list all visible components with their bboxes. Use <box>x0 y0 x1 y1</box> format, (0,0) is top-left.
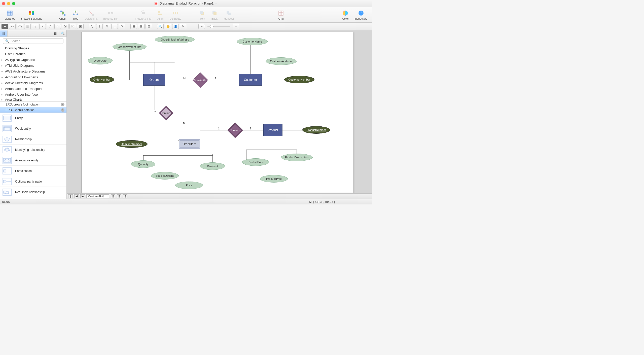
attr-productnumber[interactable]: ProductNumber <box>302 126 330 134</box>
lib-category[interactable]: Drawing Shapes <box>0 45 66 51</box>
attr-orderdate[interactable]: OrderDate <box>88 57 113 64</box>
shape-optional-participation[interactable]: Optional participation <box>0 176 66 187</box>
svg-rect-11 <box>62 12 64 14</box>
attr-ordershipping[interactable]: OrderShippingAddress <box>155 36 195 43</box>
group-tool-2[interactable]: ⊟ <box>138 24 145 29</box>
view-mode-2[interactable]: ▯ <box>117 194 121 198</box>
canvas[interactable]: M 1 1 M 1 1 OrderDate OrderPayment Info … <box>81 32 353 193</box>
text-tool[interactable]: ☰ <box>24 24 31 29</box>
user-tool[interactable]: 👤 <box>172 24 179 29</box>
attr-customername[interactable]: CustomerName <box>237 38 268 45</box>
shape-participation[interactable]: Participation <box>0 166 66 176</box>
lib-category[interactable]: AWS Architecture Diagrams <box>0 68 66 74</box>
connector-tool-7[interactable]: ▣ <box>77 24 84 29</box>
shape-recursive-relationship[interactable]: Recursive relationship <box>0 187 66 197</box>
shape-entity[interactable]: Entity <box>0 113 66 123</box>
shape-identifying-relationship[interactable]: Identifying relationship <box>0 145 66 155</box>
entity-customer[interactable]: Customer <box>239 74 262 86</box>
shape-relationship[interactable]: Relationship <box>0 134 66 145</box>
attr-discount[interactable]: Discount <box>200 162 225 170</box>
connector-tool-1[interactable]: ↘ <box>32 24 38 29</box>
pointer-tool[interactable]: ➤ <box>2 24 8 29</box>
view-mode-1[interactable]: ▯ <box>111 194 115 198</box>
sidebar-filter[interactable] <box>8 30 51 37</box>
connector-tool-5[interactable]: ⇲ <box>62 24 68 29</box>
line-tool-5[interactable]: ⟳ <box>119 24 125 29</box>
lib-category[interactable]: Area Charts <box>0 97 66 101</box>
maximize-icon[interactable] <box>12 2 15 5</box>
inspectors-button[interactable]: i Inspectors <box>352 9 369 21</box>
pause-icon[interactable]: ‖ <box>68 194 73 198</box>
shape-attribute[interactable]: Attribute <box>0 197 66 199</box>
lib-category[interactable]: User Libraries <box>0 51 66 57</box>
attr-itemlinenumber[interactable]: ItemLineNumber <box>116 140 148 148</box>
chain-button[interactable]: Chain <box>57 9 68 21</box>
rel-contains-1[interactable]: Contains <box>159 105 173 120</box>
attr-price[interactable]: Price <box>175 182 203 189</box>
view-mode-3[interactable]: ▯ <box>123 194 127 198</box>
group-tool-3[interactable]: ⊡ <box>146 24 152 29</box>
attr-orderpayment[interactable]: OrderPayment Info <box>113 43 147 51</box>
grid-view-icon[interactable]: ▦ <box>51 30 59 37</box>
entity-product[interactable]: Product <box>263 124 282 136</box>
grid-button[interactable]: Grid <box>275 9 287 21</box>
zoom-out-icon[interactable]: − <box>198 24 205 29</box>
search-input[interactable]: 🔍 Search <box>3 38 63 44</box>
svg-rect-5 <box>29 11 31 13</box>
line-tool-2[interactable]: ⤵ <box>96 24 103 29</box>
close-icon[interactable]: × <box>61 108 64 112</box>
line-tool-1[interactable]: ╲ <box>89 24 95 29</box>
entity-orderitem[interactable]: OrderItem <box>179 139 200 149</box>
close-icon[interactable] <box>2 2 5 5</box>
prev-icon[interactable]: ◀ <box>74 194 79 198</box>
lib-tab-chen[interactable]: ERD, Chen's notation × <box>0 107 66 113</box>
color-button[interactable]: Color <box>340 9 351 21</box>
connector-tool-4[interactable]: ↳ <box>54 24 61 29</box>
zoom-in-tool[interactable]: 🔍 <box>157 24 164 29</box>
attr-specialoptions[interactable]: SpecialOptions <box>151 172 179 180</box>
lib-category[interactable]: ATM UML Diagrams <box>0 63 66 68</box>
entity-orders[interactable]: Orders <box>143 74 165 86</box>
attr-quantity[interactable]: Quantity <box>131 160 155 168</box>
zoom-select[interactable]: Custom 49% <box>86 194 109 198</box>
libraries-button[interactable]: Libraries <box>3 9 17 21</box>
rect-tool[interactable]: ▭ <box>9 24 16 29</box>
pan-tool[interactable]: ✋ <box>165 24 171 29</box>
shape-associative-entity[interactable]: Associative entity <box>0 155 66 166</box>
minimize-icon[interactable] <box>7 2 10 5</box>
attr-ordernumber[interactable]: OrderNumber <box>90 76 114 83</box>
lib-category[interactable]: Aerospace and Transport <box>0 86 66 92</box>
ellipse-tool[interactable]: ◯ <box>17 24 23 29</box>
shape-weak-entity[interactable]: Weak entity <box>0 123 66 134</box>
zoom-slider[interactable] <box>207 26 230 27</box>
connector-tool-2[interactable]: ⤷ <box>39 24 46 29</box>
rel-contains-2[interactable]: Contains <box>227 122 243 138</box>
lib-category[interactable]: 25 Typical Orgcharts <box>0 57 66 63</box>
browse-button[interactable]: Browse Solutions <box>19 9 44 21</box>
pencil-tool[interactable]: ✎ <box>180 24 186 29</box>
attr-producttype[interactable]: ProductType <box>260 175 288 183</box>
connector-tool-3[interactable]: ⤴ <box>47 24 53 29</box>
library-view-icon[interactable]: ☷ <box>0 30 8 37</box>
lib-tab-crowsfoot[interactable]: ERD, crow's foot notation × <box>0 101 66 107</box>
attr-customernumber[interactable]: CustomerNumber <box>284 76 314 83</box>
attr-productdescription[interactable]: ProductDescription <box>281 154 313 161</box>
attr-productprice[interactable]: ProductPrice <box>242 158 269 166</box>
canvas-area[interactable]: M 1 1 M 1 1 OrderDate OrderPayment Info … <box>67 30 372 199</box>
lib-category[interactable]: Android User Interface <box>0 92 66 97</box>
line-tool-4[interactable]: ⎯ <box>111 24 118 29</box>
zoom-in-icon[interactable]: + <box>233 24 239 29</box>
lib-category[interactable]: Active Directory Diagrams <box>0 80 66 86</box>
identical-icon <box>225 10 232 17</box>
next-icon[interactable]: ▶ <box>80 194 85 198</box>
line-tool-3[interactable]: ↯ <box>104 24 110 29</box>
attr-customeraddress[interactable]: CustomerAddress <box>266 57 297 65</box>
chevron-down-icon[interactable]: ⌄ <box>215 2 217 5</box>
rel-orderauthor[interactable]: OrderAuthor <box>193 73 208 88</box>
group-tool-1[interactable]: ⊞ <box>130 24 137 29</box>
connector-tool-6[interactable]: ⇱ <box>69 24 76 29</box>
tree-button[interactable]: Tree <box>70 9 81 21</box>
lib-category[interactable]: Accounting Flowcharts <box>0 74 66 80</box>
close-icon[interactable]: × <box>61 103 64 106</box>
search-view-icon[interactable]: 🔍 <box>59 30 66 37</box>
